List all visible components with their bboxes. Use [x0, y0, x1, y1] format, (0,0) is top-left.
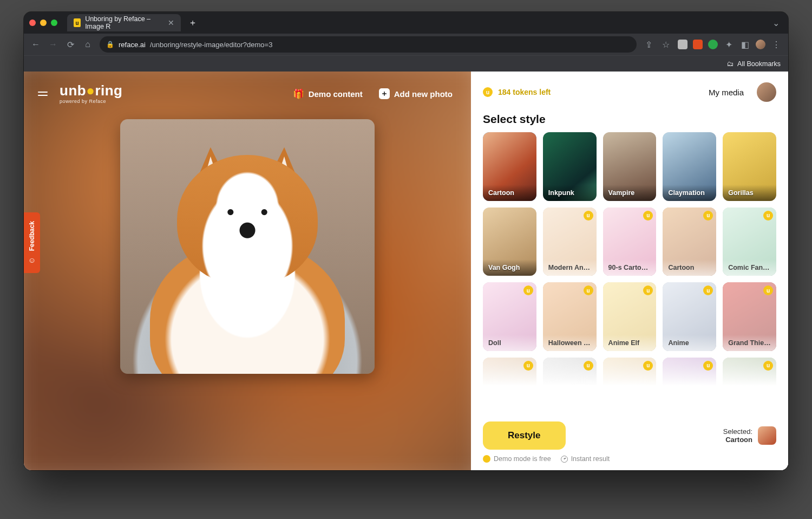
extensions-puzzle-icon[interactable]: ✦ [723, 40, 734, 50]
restyle-button[interactable]: Restyle [483, 421, 565, 450]
window-close-icon[interactable] [29, 20, 36, 26]
style-card[interactable]: u [603, 358, 657, 395]
bookmarks-bar: 🗂 All Bookmarks [24, 55, 788, 72]
style-card[interactable]: uHalloween … [543, 282, 597, 351]
style-label: Inkpunk [543, 185, 597, 201]
style-card[interactable]: Vampire [603, 132, 657, 201]
add-photo-label: Add new photo [394, 89, 453, 99]
style-label: Modern An… [543, 260, 597, 276]
style-card[interactable]: u [483, 358, 536, 395]
app-logo[interactable]: unb●ring powered by Reface [60, 83, 122, 104]
style-card[interactable]: uAnime Elf [603, 282, 657, 351]
nav-home-icon[interactable]: ⌂ [82, 40, 93, 49]
style-label: Van Gogh [483, 260, 536, 276]
browser-tabbar: u Unboring by Reface – Image R ✕ ＋ ⌄ [24, 12, 788, 34]
tabs-overflow-icon[interactable]: ⌄ [769, 18, 783, 28]
window-controls [29, 20, 57, 26]
extension-icon[interactable] [708, 40, 718, 49]
style-panel: u 184 tokens left My media Select style … [471, 72, 788, 470]
nav-back-icon[interactable]: ← [30, 40, 41, 49]
style-card[interactable]: uDoll [483, 282, 536, 351]
style-card[interactable]: u [663, 358, 716, 395]
panel-footer: Restyle Selected: Cartoon Demo mode is f… [471, 415, 788, 470]
extensions: ✦ ◧ ⋮ [678, 40, 782, 50]
note-demo-free-label: Demo mode is free [494, 455, 551, 463]
style-label: Anime [663, 335, 716, 351]
extension-icon[interactable] [678, 40, 687, 49]
style-label: Cartoon [483, 185, 536, 201]
url-bar[interactable]: 🔒 reface.ai/unboring/restyle-image/edito… [100, 36, 637, 53]
token-coin-icon: u [483, 87, 493, 97]
style-card[interactable]: uCartoon [663, 207, 716, 276]
menu-button[interactable] [38, 89, 52, 99]
gift-icon: 🎁 [293, 88, 304, 100]
style-card[interactable]: Van Gogh [483, 207, 536, 276]
profile-avatar-icon[interactable] [756, 40, 765, 49]
share-icon[interactable]: ⇪ [643, 40, 654, 50]
premium-badge-icon: u [584, 361, 593, 371]
my-media-link[interactable]: My media [709, 88, 744, 97]
premium-badge-icon: u [643, 361, 653, 371]
logo-text: unb●ring [60, 83, 122, 98]
style-label: Cartoon [663, 260, 716, 276]
premium-badge-icon: u [703, 286, 713, 295]
all-bookmarks-button[interactable]: 🗂 All Bookmarks [727, 60, 781, 68]
premium-badge-icon: u [523, 361, 533, 371]
selected-thumb [758, 426, 776, 445]
logo-subtext: powered by Reface [60, 99, 122, 104]
browser-window: u Unboring by Reface – Image R ✕ ＋ ⌄ ← →… [24, 12, 788, 470]
nav-reload-icon[interactable]: ⟳ [65, 40, 76, 50]
style-card[interactable]: Gorillas [723, 132, 776, 201]
plus-icon: ＋ [379, 88, 390, 99]
premium-badge-icon: u [703, 361, 713, 371]
premium-badge-icon: u [584, 211, 593, 220]
all-bookmarks-label: All Bookmarks [737, 60, 781, 68]
style-card[interactable]: u [543, 358, 597, 395]
select-style-heading: Select style [471, 105, 788, 132]
bookmark-star-icon[interactable]: ☆ [660, 40, 671, 50]
user-avatar[interactable] [757, 82, 776, 102]
extension-icon[interactable] [693, 40, 703, 49]
premium-badge-icon: u [763, 211, 773, 220]
style-card[interactable]: uModern An… [543, 207, 597, 276]
style-card[interactable]: Claymation [663, 132, 716, 201]
coin-icon [483, 455, 490, 463]
tab-close-icon[interactable]: ✕ [168, 18, 174, 27]
style-label: Comic Fan… [723, 260, 776, 276]
editor-image[interactable] [120, 119, 375, 374]
style-card[interactable]: Inkpunk [543, 132, 597, 201]
style-label: Doll [483, 335, 536, 351]
window-minimize-icon[interactable] [40, 20, 47, 26]
tokens-left[interactable]: 184 tokens left [498, 88, 551, 96]
demo-content-label: Demo content [309, 89, 363, 99]
premium-badge-icon: u [703, 211, 713, 220]
nav-forward-icon[interactable]: → [48, 40, 58, 49]
url-host: reface.ai [119, 41, 146, 49]
selected-style-box: Selected: Cartoon [723, 426, 776, 445]
style-card[interactable]: Cartoon [483, 132, 536, 201]
style-label: Anime Elf [603, 335, 657, 351]
tab-favicon-icon: u [74, 18, 81, 27]
feedback-tab[interactable]: Feedback ☺ [24, 212, 40, 273]
new-tab-button[interactable]: ＋ [185, 15, 200, 31]
add-photo-button[interactable]: ＋ Add new photo [375, 85, 457, 102]
window-zoom-icon[interactable] [51, 20, 57, 26]
style-card[interactable]: u [723, 358, 776, 395]
browser-tab[interactable]: u Unboring by Reface – Image R ✕ [67, 14, 181, 31]
style-card[interactable]: uGrand Thie… [723, 282, 776, 351]
sidepanel-icon[interactable]: ◧ [739, 40, 750, 50]
style-card[interactable]: uAnime [663, 282, 716, 351]
demo-content-button[interactable]: 🎁 Demo content [289, 85, 367, 103]
browser-menu-icon[interactable]: ⋮ [771, 40, 782, 50]
style-grid-wrap: CartoonInkpunkVampireClaymationGorillasV… [471, 132, 788, 415]
premium-badge-icon: u [763, 361, 773, 371]
style-label: 90-s Carto… [603, 260, 657, 276]
premium-badge-icon: u [763, 286, 773, 295]
style-card[interactable]: uComic Fan… [723, 207, 776, 276]
note-instant: Instant result [561, 455, 610, 463]
style-label: Claymation [663, 185, 716, 201]
style-card[interactable]: u90-s Carto… [603, 207, 657, 276]
note-demo-free: Demo mode is free [483, 455, 551, 463]
lock-icon: 🔒 [106, 41, 114, 48]
style-label: Gorillas [723, 185, 776, 201]
